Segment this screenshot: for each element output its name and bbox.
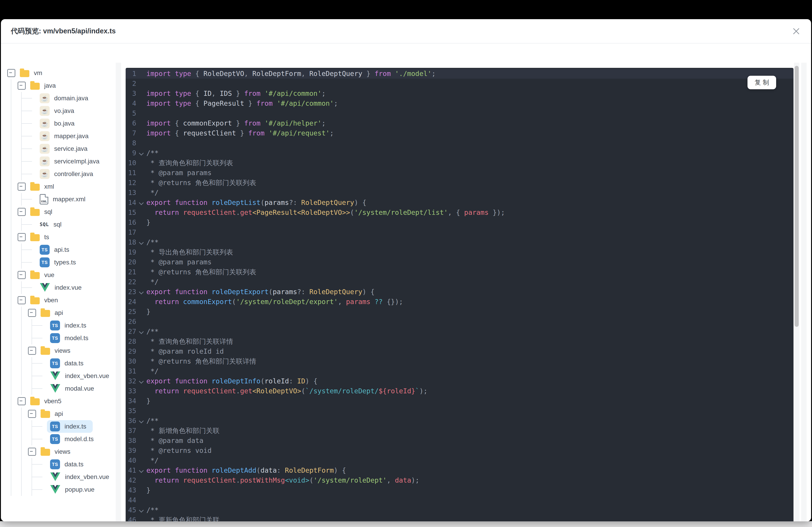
collapse-expander-icon[interactable] [18,271,26,279]
tree-item[interactable]: ☕mapper.java [37,130,95,142]
tree-folder-vben5[interactable]: vben5 [18,395,115,408]
tree-item[interactable]: modal.vue [47,382,100,395]
dialog-scrollbar-track[interactable] [801,63,807,521]
tree-file-service.java[interactable]: ☕service.java [40,142,115,155]
fold-chevron-icon[interactable] [136,198,146,208]
tree-item[interactable]: ☕controller.java [37,168,100,180]
fold-chevron-icon[interactable] [136,148,146,158]
tree-file-popup.vue[interactable]: popup.vue [50,483,115,496]
tree-file-modal.vue[interactable]: modal.vue [50,382,115,395]
code-scrollbar-thumb[interactable] [795,66,799,327]
tree-item[interactable]: index.vue [37,282,88,294]
collapse-expander-icon[interactable] [18,296,26,304]
tree-file-index.ts[interactable]: TSindex.ts [50,420,115,433]
collapse-expander-icon[interactable] [7,69,15,77]
collapse-expander-icon[interactable] [28,347,36,355]
tree-folder-sql[interactable]: sql [18,206,115,218]
collapse-expander-icon[interactable] [18,208,26,216]
tree-file-index.ts[interactable]: TSindex.ts [50,319,115,332]
tree-file-api.ts[interactable]: TSapi.ts [40,243,115,256]
tree-file-model.d.ts[interactable]: TSmodel.d.ts [50,433,115,446]
tree-folder-views[interactable]: views [28,446,115,458]
tree-item[interactable]: ☕service.java [37,142,94,155]
tree-file-mapper.xml[interactable]: XMLmapper.xml [40,193,115,206]
tree-file-bo.java[interactable]: ☕bo.java [40,117,115,130]
tree-item[interactable]: SQLsql [37,220,68,229]
tree-file-model.ts[interactable]: TSmodel.ts [50,332,115,344]
tree-item[interactable]: ☕domain.java [37,92,95,105]
collapse-expander-icon[interactable] [18,81,26,90]
tree-file-index_vben.vue[interactable]: index_vben.vue [50,471,115,483]
fold-chevron-icon[interactable] [136,327,146,336]
tree-item[interactable]: vben5 [27,396,68,407]
tree-item[interactable]: vue [27,270,61,281]
tree-item[interactable]: ts [27,232,56,243]
fold-chevron-icon[interactable] [136,416,146,426]
tree-folder-xml[interactable]: xml [18,180,115,193]
tree-file-sql[interactable]: SQLsql [40,218,115,231]
code-scrollbar-track[interactable] [794,63,799,521]
tree-item[interactable]: java [27,80,62,91]
collapse-expander-icon[interactable] [18,397,26,405]
tree-file-serviceImpl.java[interactable]: ☕serviceImpl.java [40,155,115,168]
tree-item-selected[interactable]: TSindex.ts [47,420,93,433]
tree-item[interactable]: TStypes.ts [37,256,82,269]
fold-chevron-icon[interactable] [136,287,146,297]
tree-item[interactable]: views [38,447,77,457]
tree-item[interactable]: index_vben.vue [47,471,115,483]
collapse-expander-icon[interactable] [28,448,36,456]
tree-item[interactable]: TSdata.ts [47,458,90,471]
tree-item[interactable]: ☕bo.java [37,117,81,130]
copy-button[interactable]: 复 制 [748,76,776,89]
collapse-expander-icon[interactable] [18,233,26,241]
tree-folder-api[interactable]: api [28,408,115,420]
tree-folder-api[interactable]: api [28,306,115,319]
fold-chevron-icon[interactable] [136,376,146,386]
collapse-expander-icon[interactable] [28,309,36,317]
tree-item[interactable]: popup.vue [47,483,101,496]
tree-item[interactable]: ☕serviceImpl.java [37,155,106,168]
code-text: */ [146,277,159,287]
tree-item[interactable]: TSdata.ts [47,357,90,370]
tree-item[interactable]: TSindex.ts [47,319,93,332]
tree-folder-views[interactable]: views [28,344,115,357]
tree-file-types.ts[interactable]: TStypes.ts [40,256,115,269]
tree-file-data.ts[interactable]: TSdata.ts [50,458,115,471]
tree-scrollbar-track[interactable] [116,63,121,521]
tree-item[interactable]: api [38,409,69,419]
tree-item[interactable]: api [38,308,69,318]
tree-item[interactable]: TSmodel.ts [47,332,95,344]
tree-file-domain.java[interactable]: ☕domain.java [40,92,115,105]
tree-file-controller.java[interactable]: ☕controller.java [40,168,115,180]
tree-file-index_vben.vue[interactable]: index_vben.vue [50,370,115,382]
fold-chevron-icon[interactable] [136,237,146,247]
code-text: import { requestClient } from '#/api/req… [146,128,334,138]
tree-file-mapper.java[interactable]: ☕mapper.java [40,130,115,142]
tree-item[interactable]: views [38,346,77,356]
tree-folder-ts[interactable]: ts [18,231,115,243]
tree-item[interactable]: TSmodel.d.ts [47,433,100,446]
tree-item[interactable]: vben [27,295,64,306]
tree-item[interactable]: sql [27,207,59,217]
collapse-expander-icon[interactable] [18,183,26,191]
fold-chevron-icon[interactable] [136,465,146,476]
tree-file-vo.java[interactable]: ☕vo.java [40,105,115,117]
tree-file-index.vue[interactable]: index.vue [40,281,115,294]
tree-item[interactable]: ☕vo.java [37,105,81,117]
fold-chevron-icon[interactable] [136,505,146,515]
code-text: import type { PageResult } from '#/api/c… [146,99,338,108]
collapse-expander-icon[interactable] [28,410,36,418]
code-line: 35 [126,406,794,416]
tree-file-data.ts[interactable]: TSdata.ts [50,357,115,370]
tree-item-label: vo.java [54,107,74,115]
tree-item[interactable]: XMLmapper.xml [37,193,92,206]
close-icon[interactable] [792,27,801,36]
tree-folder-vue[interactable]: vue [18,269,115,281]
tree-folder-vm[interactable]: vm [7,67,115,79]
tree-item[interactable]: TSapi.ts [37,243,75,256]
tree-folder-java[interactable]: java [18,79,115,92]
tree-item[interactable]: index_vben.vue [47,370,115,382]
tree-item[interactable]: vm [17,68,48,78]
tree-item[interactable]: xml [27,181,60,192]
tree-folder-vben[interactable]: vben [18,294,115,306]
